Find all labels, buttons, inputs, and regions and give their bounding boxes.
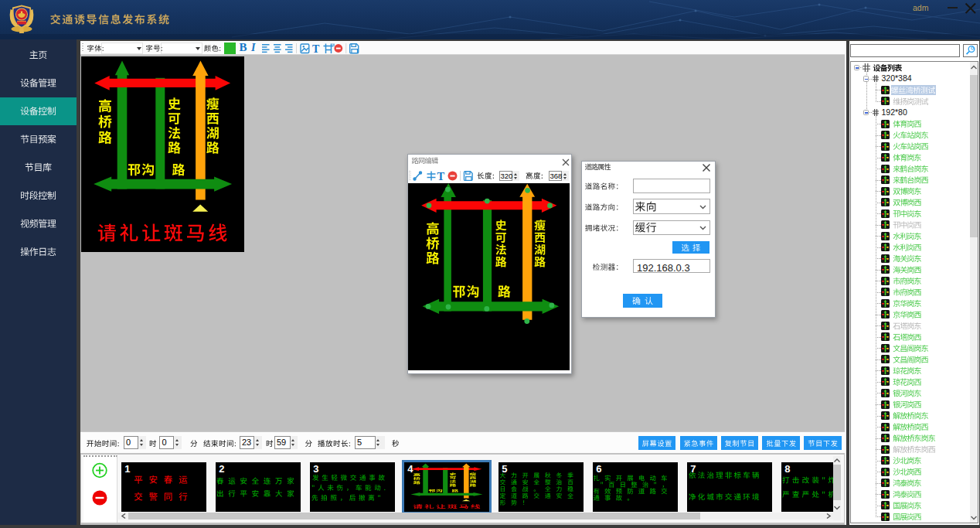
svg-text:T: T [312,43,320,55]
svg-text:T: T [437,170,445,182]
